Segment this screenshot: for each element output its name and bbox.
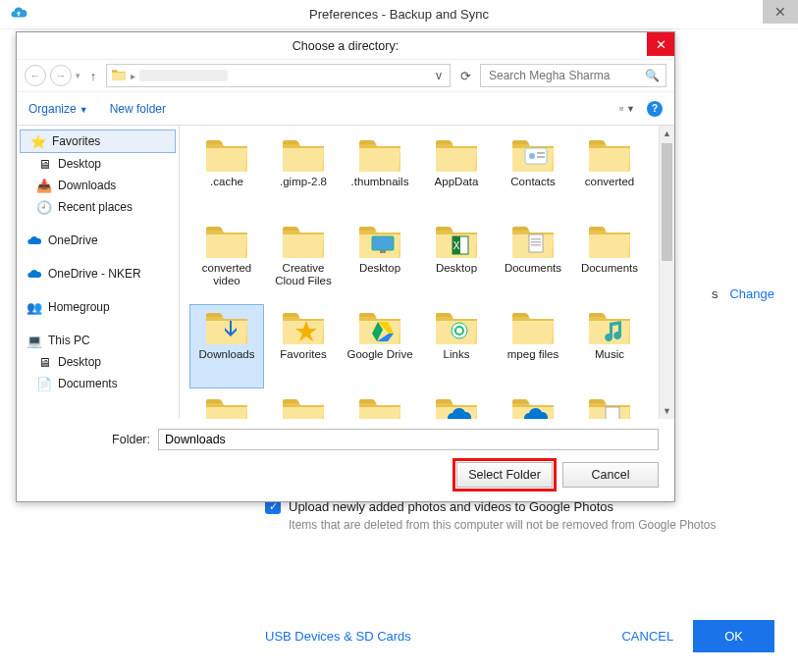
folder-item[interactable]: .cache [189,131,264,216]
folder-icon [203,134,250,174]
folder-item[interactable]: Links [419,304,494,388]
scroll-thumb[interactable] [662,143,672,261]
folder-item[interactable]: Google Drive [343,304,417,388]
folder-item[interactable]: Desktop [343,218,417,302]
svg-rect-10 [380,250,386,253]
user-folder-icon [111,67,127,85]
folder-label: Links [444,348,470,361]
folder-icon [203,393,250,419]
folder-item[interactable]: Contacts [496,131,570,216]
breadcrumb[interactable]: ▸ v [106,64,451,87]
folder-field-input[interactable] [158,429,659,450]
nav-up-button[interactable]: ↑ [84,69,102,83]
folder-icon [356,393,403,419]
folder-item[interactable]: Creative Cloud Files [266,218,341,302]
svg-rect-8 [372,236,394,250]
folder-item[interactable] [572,390,647,419]
homegroup-icon: 👥 [27,299,42,315]
organize-menu[interactable]: Organize▼ [28,102,88,116]
dialog-title: Choose a directory: [17,39,674,53]
folder-item[interactable] [496,390,570,419]
folder-icon [433,393,480,419]
folder-item[interactable] [343,390,417,419]
svg-rect-17 [531,244,541,246]
upload-photos-note: Items that are deleted from this compute… [289,518,774,532]
select-folder-button[interactable]: Select Folder [456,462,553,488]
refresh-button[interactable]: ⟳ [454,69,476,83]
tree-homegroup[interactable]: 👥Homegroup [17,296,179,318]
svg-rect-19 [606,407,619,419]
scroll-down-icon[interactable]: ▼ [660,403,674,419]
folder-item[interactable]: mpeg files [496,304,570,388]
prefs-ok-button[interactable]: OK [693,620,774,652]
folder-grid: .cache.gimp-2.8.thumbnailsAppDataContact… [180,126,659,419]
tree-favorites[interactable]: ⭐Favorites [20,129,176,153]
window-close-button[interactable]: ✕ [763,0,798,24]
tree-fav-downloads[interactable]: 📥Downloads [17,175,179,196]
folder-label: AppData [435,176,479,188]
folder-item[interactable]: AppData [419,131,494,216]
folder-icon [280,134,327,174]
nav-tree: ⭐Favorites 🖥Desktop 📥Downloads 🕘Recent p… [17,126,180,419]
tree-onedrive-nker[interactable]: OneDrive - NKER [17,263,179,284]
search-box[interactable]: 🔍 [480,64,666,87]
folder-icon [280,307,327,346]
search-icon: 🔍 [645,69,660,82]
new-folder-button[interactable]: New folder [110,102,166,116]
prefs-cancel-button[interactable]: CANCEL [621,629,673,644]
folder-item[interactable]: XDesktop [419,218,494,302]
folder-icon [586,393,633,419]
tree-pc-desktop[interactable]: 🖥Desktop [17,351,179,373]
tree-fav-desktop[interactable]: 🖥Desktop [17,153,179,175]
folder-item[interactable] [189,390,264,419]
folder-item[interactable]: converted video [189,218,264,302]
folder-label: mpeg files [507,348,559,361]
tree-fav-recent[interactable]: 🕘Recent places [17,196,179,218]
folder-label: Downloads [199,348,255,361]
folder-item[interactable]: converted [572,131,647,216]
desktop-icon: 🖥 [36,156,52,172]
tree-pc-documents[interactable]: 📄Documents [17,373,179,394]
svg-point-5 [529,153,535,159]
folder-item[interactable]: Music [572,304,647,388]
nav-forward-button[interactable]: → [50,65,72,86]
dialog-cancel-button[interactable]: Cancel [562,462,659,488]
svg-rect-1 [621,107,622,108]
tree-thispc[interactable]: 💻This PC [17,330,179,351]
folder-item[interactable]: Downloads [189,304,264,388]
folder-icon [586,307,633,346]
folder-item[interactable]: .gimp-2.8 [266,131,341,216]
window-title: Preferences - Backup and Sync [0,7,798,22]
folder-item[interactable]: .thumbnails [343,131,417,216]
usb-sd-link[interactable]: USB Devices & SD Cards [265,629,411,644]
svg-rect-6 [537,152,545,154]
truncated-label: s [712,286,718,301]
nav-history-chevron-icon[interactable]: ▾ [76,71,80,80]
change-link[interactable]: Change [729,286,774,301]
folder-label: .cache [210,176,243,188]
folder-item[interactable] [266,390,341,419]
scroll-up-icon[interactable]: ▲ [660,126,674,141]
tree-onedrive[interactable]: OneDrive [17,230,179,251]
search-input[interactable] [487,68,645,83]
folder-icon [509,393,557,419]
folder-item[interactable]: Favorites [266,304,341,388]
path-blur [139,70,228,81]
dialog-close-button[interactable]: ✕ [647,32,674,56]
help-button[interactable]: ? [647,101,663,117]
onedrive-icon [27,233,42,248]
folder-icon [356,307,403,346]
outer-titlebar: Preferences - Backup and Sync ✕ [0,0,798,29]
folder-item[interactable] [419,390,494,419]
folder-item[interactable]: Documents [496,218,570,302]
svg-rect-3 [621,109,622,110]
view-options-button[interactable]: ▼ [619,101,635,117]
nav-back-button[interactable]: ← [25,65,46,86]
choose-directory-dialog: Choose a directory: ✕ ← → ▾ ↑ ▸ v ⟳ 🔍 Or… [16,31,675,502]
breadcrumb-dropdown-icon[interactable]: v [432,69,446,82]
recent-icon: 🕘 [36,199,52,215]
scrollbar[interactable]: ▲ ▼ [659,126,674,419]
folder-item[interactable]: Documents [572,218,647,302]
svg-point-18 [452,323,467,338]
folder-label: Creative Cloud Files [269,262,338,287]
